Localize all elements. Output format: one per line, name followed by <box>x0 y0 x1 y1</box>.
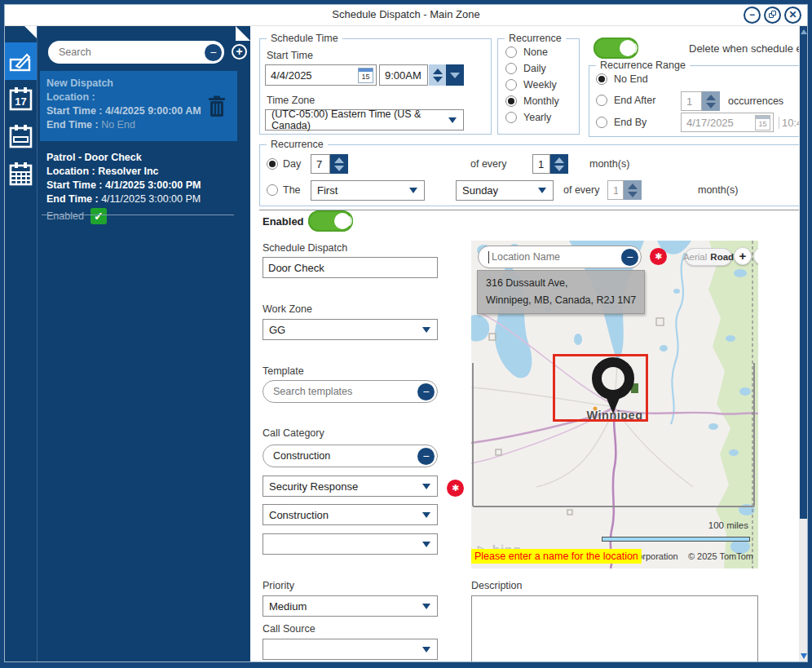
add-dispatch-button[interactable]: + <box>232 44 247 60</box>
text-caret <box>488 251 489 263</box>
the-interval-field <box>607 180 624 200</box>
radio-no-end[interactable] <box>596 73 607 85</box>
sidebar-item-day-view[interactable]: 17 <box>4 80 37 117</box>
month-interval-input[interactable] <box>533 158 549 170</box>
scrollbar-thumb[interactable] <box>800 26 807 519</box>
sidebar-item-week-view[interactable] <box>4 117 37 155</box>
map-zoom-in-button[interactable]: + <box>734 247 752 265</box>
map-attribution: ft Corporation © 2025 TomTom <box>624 551 753 561</box>
attribution-right: © 2025 TomTom <box>688 551 753 561</box>
minus-icon: − <box>210 46 216 59</box>
time-dropdown-button[interactable] <box>446 64 464 86</box>
end-by-date-input[interactable] <box>682 117 755 129</box>
occurrences-spinner[interactable] <box>702 91 720 111</box>
no-end-label: No End <box>614 73 648 85</box>
radio-day-of-month[interactable] <box>267 158 278 170</box>
month-interval-spinner[interactable] <box>550 154 568 174</box>
the-interval-spinner[interactable] <box>624 180 642 200</box>
radio-monthly-label: Monthly <box>523 95 559 107</box>
start-time-input[interactable] <box>380 69 427 82</box>
monthly-recurrence-legend: Recurrence <box>267 139 328 150</box>
months-label: month(s) <box>589 158 629 170</box>
start-label: Start Time : <box>46 105 103 117</box>
calendar-week-icon <box>8 123 33 149</box>
radio-end-after[interactable] <box>596 95 607 106</box>
call-category-level1-select[interactable]: Security Response <box>263 476 438 497</box>
clear-location-button[interactable]: − <box>621 249 638 266</box>
chevron-down-icon <box>538 188 546 193</box>
aerial-option[interactable]: Aerial <box>683 252 707 262</box>
minimize-icon: − <box>749 9 755 20</box>
day-number-spinner[interactable] <box>330 154 348 174</box>
template-search-input[interactable] <box>273 386 417 397</box>
dispatch-list-item[interactable]: Patrol - Door Check Location : Resolver … <box>40 145 237 217</box>
schedule-dispatch-field <box>263 257 438 278</box>
sidebar-item-edit-dispatch[interactable] <box>4 42 37 80</box>
time-zone-select[interactable]: (UTC-05:00) Eastern Time (US & Canada) <box>265 109 464 131</box>
recurrence-type-group: Recurrence None Daily Weekly Monthly Yea… <box>497 38 580 135</box>
priority-select[interactable]: Medium <box>263 595 438 617</box>
calendar-picker-icon[interactable]: 15 <box>755 115 770 131</box>
the-interval-input[interactable] <box>608 184 623 197</box>
clear-search-button[interactable]: − <box>205 44 222 61</box>
call-category-level2-select[interactable]: Construction <box>263 504 438 525</box>
day-number-input[interactable] <box>311 158 329 170</box>
scroll-up-icon[interactable] <box>800 29 807 34</box>
priority-value: Medium <box>269 600 307 613</box>
radio-weekly[interactable] <box>505 79 517 91</box>
delete-when-ends-toggle[interactable] <box>594 38 638 59</box>
location-map[interactable]: Winnipeg − ✱ Aerial Road + 316 Dussault … <box>471 241 758 568</box>
dispatch-list-item-selected[interactable]: New Dispatch Location : Start Time : 4/4… <box>40 71 237 141</box>
occurrences-field <box>681 91 702 111</box>
description-input[interactable] <box>471 595 758 662</box>
radio-end-by[interactable] <box>596 117 607 128</box>
time-spinner[interactable] <box>429 64 446 86</box>
radio-none[interactable] <box>505 46 517 58</box>
map-style-switcher[interactable]: Aerial Road <box>685 248 732 266</box>
delete-when-ends-label: Delete when schedule ends <box>689 42 812 55</box>
radio-yearly[interactable] <box>505 112 517 123</box>
weekday-select[interactable]: Sunday <box>456 180 554 201</box>
chevron-down-icon <box>422 327 430 333</box>
call-category-search-input[interactable] <box>273 450 417 462</box>
delete-dispatch-icon[interactable] <box>208 95 226 117</box>
radio-daily[interactable] <box>505 63 517 74</box>
close-button[interactable]: ✕ <box>784 7 801 24</box>
close-icon: ✕ <box>788 9 797 20</box>
road-option[interactable]: Road <box>710 252 734 262</box>
description-label: Description <box>471 580 523 591</box>
start-date-input[interactable] <box>266 69 358 82</box>
sidebar-item-month-view[interactable] <box>4 155 37 192</box>
schedule-dispatch-input[interactable] <box>263 262 437 274</box>
chevron-down-icon <box>422 542 430 547</box>
day-number-field <box>311 154 330 174</box>
call-source-select[interactable] <box>263 639 438 660</box>
recurrence-range-group: Recurrence Range No End End After occurr… <box>589 65 802 137</box>
chevron-down-icon <box>448 117 457 123</box>
calendar-picker-icon[interactable]: 15 <box>358 68 373 83</box>
work-zone-select[interactable]: GG <box>263 319 438 340</box>
end-by-date-field: 15 <box>681 113 774 132</box>
clear-template-button[interactable]: − <box>417 383 435 400</box>
restore-button[interactable] <box>764 7 781 24</box>
location-name-warning: Please enter a name for the location <box>471 549 642 564</box>
vertical-scrollbar[interactable] <box>799 26 808 662</box>
clear-call-category-button[interactable]: − <box>417 448 435 465</box>
radio-the-ordinal[interactable] <box>267 184 278 196</box>
call-source-label: Call Source <box>263 623 316 635</box>
the-label: The <box>283 184 301 196</box>
radio-none-label: None <box>523 46 548 58</box>
location-pin-icon[interactable] <box>585 356 641 415</box>
occurrences-input[interactable] <box>682 95 701 108</box>
dispatch-search-input[interactable] <box>59 46 205 58</box>
address-line2: Winnipeg, MB, Canada, R2J 1N7 <box>486 292 636 309</box>
scroll-down-icon[interactable] <box>799 653 808 659</box>
call-category-level3-select[interactable] <box>263 533 438 555</box>
radio-monthly[interactable] <box>505 95 517 107</box>
collapse-corner-icon[interactable] <box>236 26 250 41</box>
location-name-input[interactable] <box>492 251 621 263</box>
dispatch-title: Patrol - Door Check <box>46 151 231 165</box>
enabled-toggle[interactable] <box>308 210 353 232</box>
minimize-button[interactable]: − <box>744 7 761 24</box>
ordinal-select[interactable]: First <box>311 180 425 201</box>
